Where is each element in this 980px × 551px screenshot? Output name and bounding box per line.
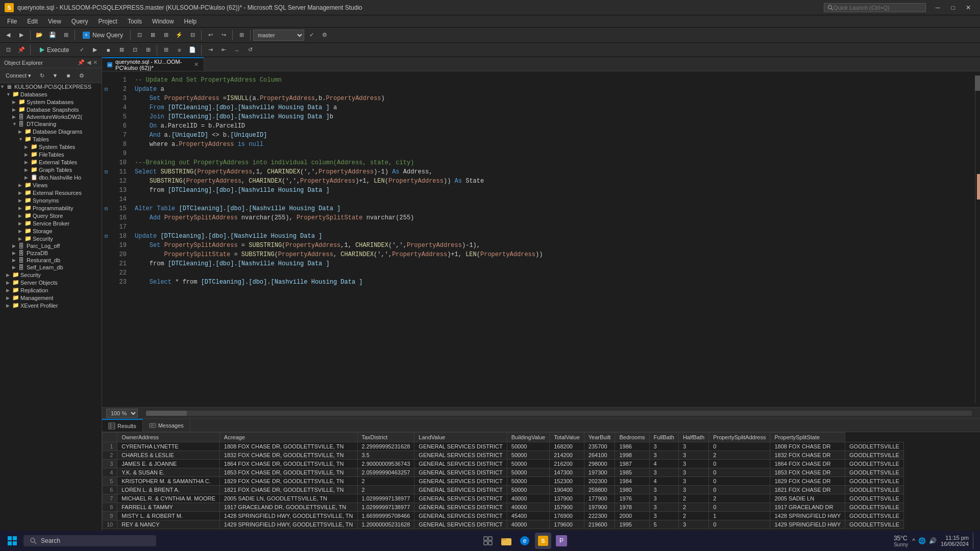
tb2-btn5[interactable]: ⊞: [142, 44, 154, 56]
redo-button[interactable]: ↪: [217, 29, 230, 41]
tree-item[interactable]: ▶📁External Resources: [0, 189, 102, 196]
table-row[interactable]: 4Y.K. & SUSAN E.1853 FOX CHASE DR, GOODL…: [103, 468, 904, 477]
tree-item[interactable]: ▶📁Service Broker: [0, 219, 102, 227]
code-editor[interactable]: ⊟⊟⊟⊟ 12345678910111213141516171819202122…: [102, 71, 980, 407]
tree-expand[interactable]: ▶: [24, 152, 31, 157]
fold-marker[interactable]: [102, 241, 110, 250]
oe-pin-button[interactable]: 📌: [78, 59, 85, 66]
fold-marker[interactable]: [102, 213, 110, 222]
settings-button[interactable]: ⚙: [318, 29, 331, 41]
tree-item[interactable]: ▶📁Replication: [0, 286, 102, 294]
fold-marker[interactable]: [102, 121, 110, 131]
fold-marker[interactable]: [102, 158, 110, 167]
fold-marker[interactable]: [102, 177, 110, 186]
tree-expand[interactable]: ▶: [18, 183, 24, 188]
misc-button[interactable]: P: [553, 533, 570, 549]
tree-item[interactable]: ▼📁Databases: [0, 90, 102, 98]
fold-marker[interactable]: ⊟: [102, 232, 110, 241]
tree-expand[interactable]: ▶: [6, 288, 12, 293]
tree-item[interactable]: ▶🗄AdventureWorksDW2(: [0, 113, 102, 120]
tree-expand[interactable]: ▶: [18, 213, 24, 218]
tree-expand[interactable]: ▶: [12, 258, 18, 263]
fold-marker[interactable]: [102, 268, 110, 278]
tb2-btn4[interactable]: ⊡: [129, 44, 141, 56]
oe-properties-button[interactable]: ⚙: [76, 69, 88, 82]
zoom-selector[interactable]: 100 %: [106, 409, 138, 418]
code-content[interactable]: -- Update And Set PropertyAddress Column…: [131, 76, 975, 403]
stop-button[interactable]: ■: [102, 44, 114, 56]
tree-item[interactable]: ▶🗄PizzaDB: [0, 249, 102, 257]
fold-marker[interactable]: [102, 278, 110, 287]
tree-expand[interactable]: ▼: [6, 92, 12, 97]
start-button[interactable]: [4, 533, 20, 549]
oe-pin-button2[interactable]: ◀: [87, 59, 91, 66]
tree-item[interactable]: ▶📁Database Snapshots: [0, 106, 102, 113]
tree-item[interactable]: ▶📁Security: [0, 271, 102, 279]
file-explorer-button[interactable]: [498, 533, 514, 549]
tab-close-button[interactable]: ✕: [194, 61, 199, 68]
fold-marker[interactable]: ⊟: [102, 204, 110, 213]
oe-connect-button[interactable]: Connect ▾: [2, 69, 35, 82]
comment-button[interactable]: --: [231, 44, 243, 56]
maximize-button[interactable]: □: [945, 0, 961, 15]
tree-item[interactable]: ▶🗄Parc_Log_off: [0, 242, 102, 249]
tree-expand[interactable]: ▶: [18, 221, 24, 226]
results-grid-button[interactable]: ⊞: [160, 44, 172, 56]
results-tab-results[interactable]: Results: [102, 419, 143, 432]
menu-help[interactable]: Help: [179, 17, 202, 26]
tab-query[interactable]: sql querynote.sql - KU...OOM-PC\kulso (6…: [102, 57, 204, 71]
debug-button[interactable]: ▶: [89, 44, 101, 56]
outdent-button[interactable]: ⇤: [217, 44, 230, 56]
tree-item[interactable]: ▶📁Views: [0, 181, 102, 189]
tree-item[interactable]: ▶📁FileTables: [0, 151, 102, 158]
tree-expand[interactable]: ▶: [24, 144, 31, 149]
table-row[interactable]: 8FARRELL & TAMMY1917 GRACELAND DR, GOODL…: [103, 503, 904, 512]
tray-chevron[interactable]: ^: [912, 537, 915, 544]
tree-expand[interactable]: ▶: [6, 280, 12, 285]
tree-item[interactable]: ▶📁Management: [0, 294, 102, 302]
show-desktop-button[interactable]: [973, 533, 976, 549]
tree-expand[interactable]: ▶: [12, 99, 18, 105]
edge-browser-button[interactable]: e: [517, 533, 533, 549]
results-file-button[interactable]: 📄: [186, 44, 199, 56]
uncomment-button[interactable]: ↺: [244, 44, 256, 56]
tb2-btn1[interactable]: ⊡: [2, 44, 14, 56]
tree-expand[interactable]: ▼: [0, 84, 6, 89]
tree-item[interactable]: ▼📁Tables: [0, 135, 102, 143]
tree-expand[interactable]: ▶: [12, 265, 18, 270]
tree-expand[interactable]: ▶: [24, 167, 31, 172]
fold-marker[interactable]: [102, 149, 110, 158]
new-query-button[interactable]: + New Query: [78, 30, 128, 41]
fold-marker[interactable]: [102, 250, 110, 259]
menu-window[interactable]: Window: [147, 17, 179, 26]
tree-item[interactable]: ▶📁Query Store: [0, 212, 102, 219]
tree-item[interactable]: ▶📁Security: [0, 235, 102, 242]
tb-btn5[interactable]: ⊟: [186, 29, 199, 41]
table-row[interactable]: 9MISTY L. & ROBERT M.1428 SPRINGFIELD HW…: [103, 512, 904, 520]
table-row[interactable]: 2CHARLES & LESLIE1832 FOX CHASE DR, GOOD…: [103, 451, 904, 460]
results-content[interactable]: OwnerAddressAcreageTaxDistrictLandValueB…: [102, 432, 980, 531]
fold-marker[interactable]: [102, 131, 110, 140]
forward-button[interactable]: ▶: [15, 29, 28, 41]
tree-item[interactable]: ▼🗄DTCleaning: [0, 120, 102, 128]
table-row[interactable]: 6LOREN L. & BRENT A.1821 FOX CHASE DR, G…: [103, 486, 904, 494]
results-text-button[interactable]: ≡: [173, 44, 185, 56]
horizontal-scrollbar[interactable]: [146, 411, 972, 416]
parse-button[interactable]: ✓: [76, 44, 88, 56]
table-row[interactable]: 5KRISTOPHER M. & SAMANTHA C.1829 FOX CHA…: [103, 477, 904, 486]
tb2-btn2[interactable]: 📌: [15, 44, 28, 56]
tree-item[interactable]: ▶🗄Resturant_db: [0, 257, 102, 264]
tree-item[interactable]: ▶📁System Databases: [0, 98, 102, 106]
fold-marker[interactable]: [102, 195, 110, 204]
tree-expand[interactable]: ▶: [6, 272, 12, 278]
tree-expand[interactable]: ▶: [6, 295, 12, 300]
save-button[interactable]: 💾: [46, 29, 59, 41]
tree-expand[interactable]: ▼: [12, 121, 18, 127]
quick-launch-search[interactable]: [824, 3, 926, 12]
oe-refresh-button[interactable]: ↻: [36, 69, 48, 82]
menu-query[interactable]: Query: [66, 17, 93, 26]
tree-expand[interactable]: ▶: [18, 129, 24, 134]
tree-item[interactable]: ▶📁External Tables: [0, 158, 102, 166]
save-all-button[interactable]: ⊞: [60, 29, 72, 41]
results-tab-messages[interactable]: Messages: [143, 419, 190, 432]
